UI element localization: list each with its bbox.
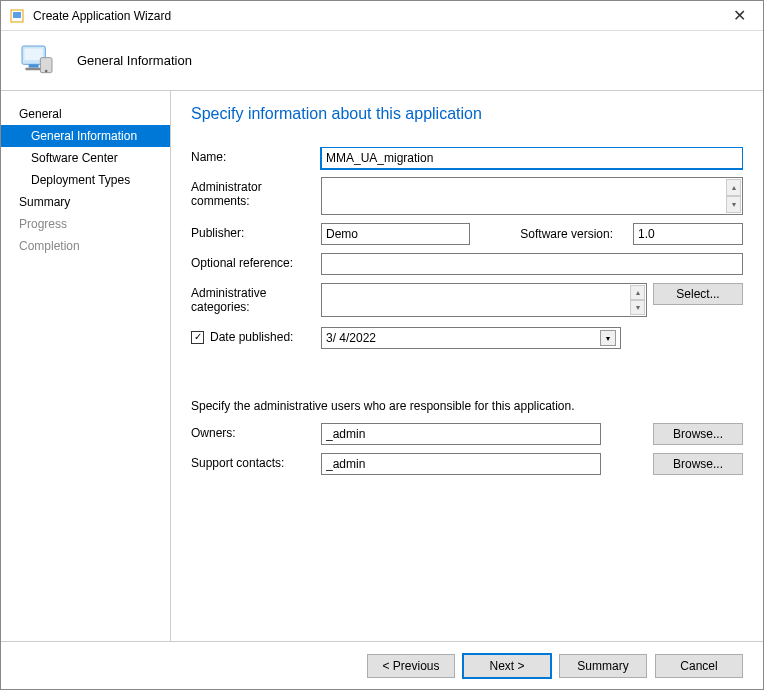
spin-up-icon[interactable]: ▴: [630, 285, 645, 300]
calendar-dropdown-icon[interactable]: ▾: [600, 330, 616, 346]
admin-comments-input[interactable]: ▴ ▾: [321, 177, 743, 215]
wizard-sidebar: General General Information Software Cen…: [1, 91, 171, 641]
svg-rect-1: [13, 12, 21, 18]
select-categories-button[interactable]: Select...: [653, 283, 743, 305]
spin-up-icon[interactable]: ▴: [726, 179, 741, 196]
summary-button[interactable]: Summary: [559, 654, 647, 678]
wizard-footer: < Previous Next > Summary Cancel: [1, 641, 763, 689]
wizard-window: Create Application Wizard ✕ General Info…: [0, 0, 764, 690]
next-button[interactable]: Next >: [463, 654, 551, 678]
date-published-value: 3/ 4/2022: [326, 331, 376, 345]
software-version-label: Software version:: [520, 227, 613, 241]
owners-label: Owners:: [191, 423, 321, 440]
svg-rect-4: [29, 64, 39, 67]
admin-comments-label: Administrator comments:: [191, 177, 321, 208]
optional-reference-label: Optional reference:: [191, 253, 321, 270]
spin-down-icon[interactable]: ▾: [726, 196, 741, 213]
sidebar-group-general[interactable]: General: [1, 103, 170, 125]
browse-support-contacts-button[interactable]: Browse...: [653, 453, 743, 475]
page-title: Specify information about this applicati…: [191, 105, 743, 123]
sidebar-group-completion: Completion: [1, 235, 170, 257]
publisher-label: Publisher:: [191, 223, 321, 240]
responsible-users-instruction: Specify the administrative users who are…: [191, 399, 743, 413]
close-button[interactable]: ✕: [723, 8, 755, 24]
sidebar-item-deployment-types[interactable]: Deployment Types: [1, 169, 170, 191]
app-icon: [9, 8, 25, 24]
date-published-label: Date published:: [210, 330, 293, 344]
sidebar-item-software-center[interactable]: Software Center: [1, 147, 170, 169]
name-label: Name:: [191, 147, 321, 164]
sidebar-group-summary[interactable]: Summary: [1, 191, 170, 213]
software-version-input[interactable]: [633, 223, 743, 245]
admin-categories-input[interactable]: ▴ ▾: [321, 283, 647, 317]
computer-icon: [17, 41, 57, 81]
wizard-header: General Information: [1, 31, 763, 91]
wizard-main: Specify information about this applicati…: [171, 91, 763, 641]
window-title: Create Application Wizard: [33, 9, 723, 23]
step-title: General Information: [77, 53, 192, 68]
spin-down-icon[interactable]: ▾: [630, 300, 645, 315]
svg-point-7: [45, 69, 48, 72]
sidebar-item-general-information[interactable]: General Information: [1, 125, 170, 147]
svg-rect-5: [25, 67, 42, 70]
browse-owners-button[interactable]: Browse...: [653, 423, 743, 445]
previous-button[interactable]: < Previous: [367, 654, 455, 678]
cancel-button[interactable]: Cancel: [655, 654, 743, 678]
publisher-input[interactable]: [321, 223, 470, 245]
support-contacts-input[interactable]: [321, 453, 601, 475]
owners-input[interactable]: [321, 423, 601, 445]
titlebar: Create Application Wizard ✕: [1, 1, 763, 31]
sidebar-group-progress: Progress: [1, 213, 170, 235]
admin-categories-label: Administrative categories:: [191, 283, 321, 314]
date-published-checkbox[interactable]: ✓: [191, 331, 204, 344]
support-contacts-label: Support contacts:: [191, 453, 321, 470]
name-input[interactable]: [321, 147, 743, 169]
date-published-input[interactable]: 3/ 4/2022 ▾: [321, 327, 621, 349]
optional-reference-input[interactable]: [321, 253, 743, 275]
check-icon: ✓: [194, 332, 202, 342]
